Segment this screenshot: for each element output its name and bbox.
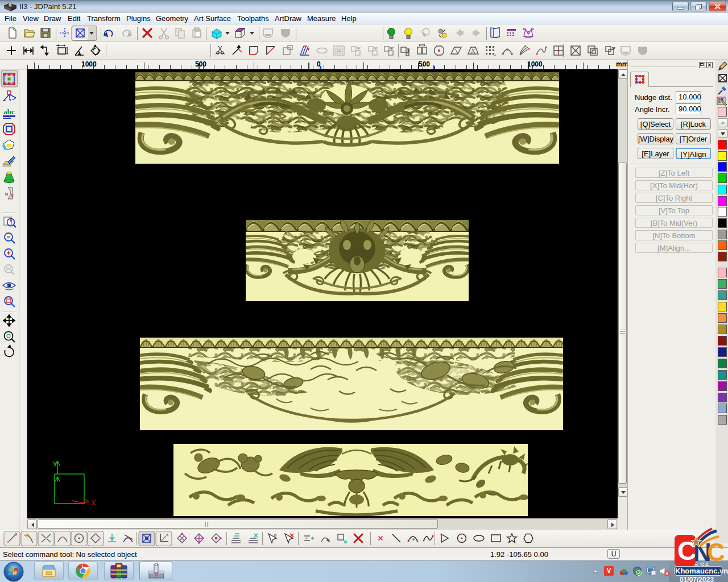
svg-text:abc: abc: [3, 107, 15, 116]
svg-text:C: C: [11, 193, 14, 197]
svg-text:N: N: [5, 192, 8, 196]
svg-text:Y: Y: [52, 460, 57, 468]
svg-text:x: x: [166, 532, 168, 537]
svg-text:X: X: [91, 498, 96, 507]
